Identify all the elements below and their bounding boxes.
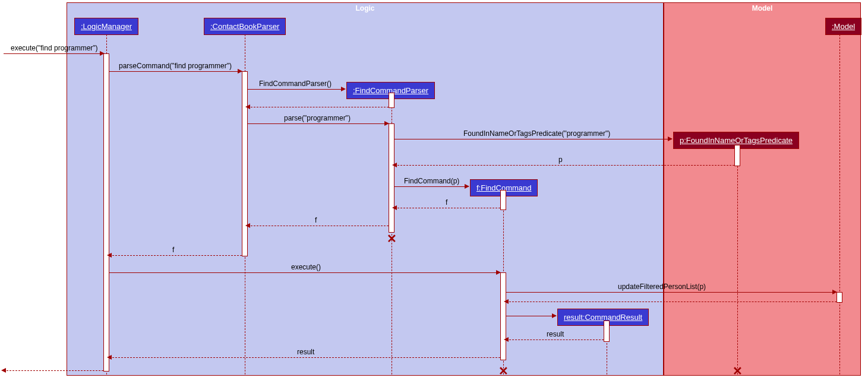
arrow-model-return (506, 302, 837, 302)
activation-mdl (837, 292, 842, 303)
arrow-fc-return (394, 208, 500, 208)
arrow-cbp-lm-return (109, 255, 242, 256)
arrow-parsecommand (109, 71, 242, 72)
arrow-cr-ctor (506, 316, 556, 316)
label-pred-ctor: FoundInNameOrTagsPredicate("programmer") (463, 129, 610, 138)
label-return-p: p (558, 155, 563, 164)
activation-fc1 (500, 190, 506, 210)
activation-lm (103, 53, 109, 372)
arrow-head (1, 368, 6, 373)
arrow-fcp-return (248, 107, 389, 107)
label-return-f1: f (446, 198, 447, 207)
arrow-head (504, 337, 509, 342)
activation-cr (604, 320, 610, 342)
label-fcp-ctor: FindCommandParser() (259, 80, 332, 88)
arrow-update-filtered (506, 292, 837, 293)
arrow-execute-find (4, 53, 103, 54)
arrow-fcp-ctor (248, 89, 345, 90)
arrow-pred-ctor (394, 139, 672, 139)
destroy-fc: ✕ (498, 368, 509, 374)
frame-model-title: Model (752, 4, 773, 12)
participant-label: :LogicManager (81, 22, 132, 31)
label-return-f3: f (172, 246, 174, 254)
arrow-fcp-cbp-return (248, 226, 389, 226)
frame-model: Model (664, 2, 861, 376)
participant-label: :ContactBookParser (210, 22, 279, 31)
arrow-head (100, 51, 105, 56)
arrow-ext-return (4, 370, 103, 371)
label-fc-ctor: FindCommand(p) (404, 177, 459, 185)
arrow-cr-return (506, 339, 604, 340)
participant-logic-manager: :LogicManager (74, 18, 138, 35)
arrow-fc-lm-return (109, 357, 500, 358)
arrow-pred-return (394, 165, 734, 166)
lifeline-predicate (737, 148, 738, 375)
activation-cbp (242, 71, 248, 256)
arrow-head (465, 184, 469, 189)
arrow-head (341, 87, 346, 91)
arrow-execute (109, 272, 500, 273)
label-parse: parse("programmer") (284, 114, 351, 122)
arrow-head (504, 299, 509, 304)
label-return-f2: f (315, 216, 317, 224)
activation-pred (734, 145, 740, 166)
arrow-head (496, 270, 501, 275)
lifeline-model (839, 34, 840, 375)
arrow-head (245, 223, 250, 228)
arrow-head (238, 69, 242, 74)
sequence-diagram: Logic Model :LogicManager :ContactBookPa… (0, 0, 868, 384)
activation-fc2 (500, 272, 506, 360)
activation-fcp2 (389, 123, 394, 233)
destroy-fcp: ✕ (387, 236, 397, 242)
label-return-result1: result (547, 330, 564, 338)
arrow-head (392, 163, 397, 167)
frame-logic-title: Logic (356, 4, 375, 12)
arrow-head (832, 290, 837, 294)
participant-contact-book-parser: :ContactBookParser (204, 18, 286, 35)
arrow-head (668, 137, 673, 141)
arrow-head (392, 205, 397, 210)
arrow-parse (248, 123, 389, 124)
participant-model: :Model (825, 18, 861, 35)
arrow-head (552, 313, 557, 318)
arrow-fc-ctor (394, 186, 469, 187)
arrow-head (107, 253, 112, 258)
arrow-head (384, 121, 389, 126)
arrow-head (107, 355, 112, 360)
participant-label: p:FoundInNameOrTagsPredicate (680, 136, 793, 145)
arrow-head (245, 104, 250, 109)
label-execute-find: execute("find programmer") (11, 44, 98, 52)
participant-label: :Model (832, 22, 855, 31)
activation-fcp1 (389, 93, 394, 108)
label-execute: execute() (291, 263, 321, 271)
label-return-result2: result (297, 348, 314, 356)
destroy-pred: ✕ (733, 368, 743, 374)
label-parsecommand: parseCommand("find programmer") (119, 62, 232, 70)
label-update-filtered: updateFilteredPersonList(p) (618, 283, 706, 291)
